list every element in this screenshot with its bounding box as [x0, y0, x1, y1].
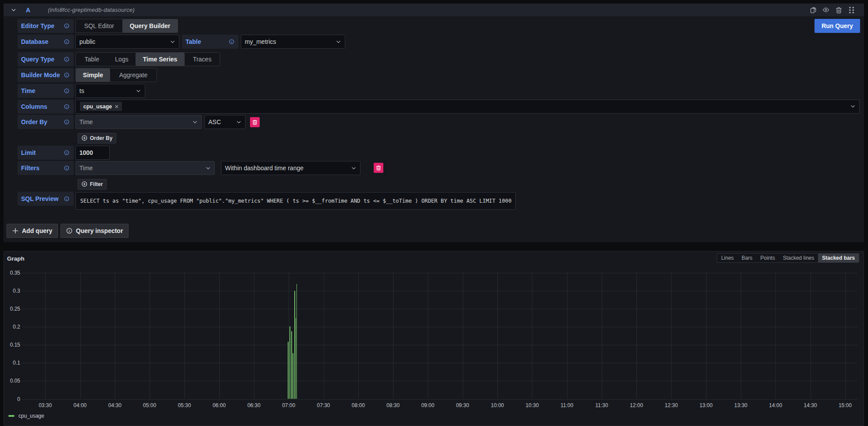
x-gridline: [324, 273, 324, 399]
x-axis-tick-label: 14:30: [797, 402, 824, 408]
row-limit: Limit: [18, 146, 110, 160]
series-bar[interactable]: [296, 284, 297, 399]
series-bar[interactable]: [288, 342, 289, 399]
x-axis-tick-label: 08:00: [345, 402, 371, 408]
view-mode-stacked-bars[interactable]: Stacked bars: [818, 254, 859, 262]
row-database: Database public Table my_metrics: [18, 35, 345, 49]
x-gridline: [115, 273, 115, 399]
row-order-by: Order By Time ASC: [18, 115, 260, 129]
info-icon[interactable]: [64, 196, 69, 201]
y-gridline: [22, 291, 858, 291]
info-icon[interactable]: [64, 57, 69, 62]
x-gridline: [45, 273, 46, 399]
x-axis-tick-label: 12:00: [623, 402, 650, 408]
remove-filter-button[interactable]: [374, 163, 383, 173]
x-gridline: [636, 273, 637, 399]
x-gridline: [393, 273, 393, 399]
series-bar[interactable]: [291, 331, 292, 399]
add-order-by-button[interactable]: Order By: [78, 133, 116, 143]
filter-field-select[interactable]: Time: [75, 161, 215, 175]
remove-query-button[interactable]: [835, 7, 842, 14]
series-bar[interactable]: [293, 353, 293, 399]
info-circle-icon: [66, 228, 72, 234]
y-gridline: [22, 345, 858, 345]
series-bar[interactable]: [289, 326, 290, 399]
x-axis-tick-label: 06:00: [206, 402, 232, 408]
info-icon[interactable]: [64, 72, 69, 78]
remove-tag-icon[interactable]: [115, 105, 118, 108]
info-icon[interactable]: [64, 39, 69, 44]
builder-mode-option-simple[interactable]: Simple: [76, 68, 110, 82]
legend-item[interactable]: cpu_usage: [8, 413, 44, 419]
builder-mode-option-aggregate[interactable]: Aggregate: [110, 68, 157, 82]
x-axis-tick-label: 04:00: [67, 402, 93, 408]
query-type-radio-group: Table Logs Time Series Traces: [75, 52, 220, 66]
row-query-type: Query Type Table Logs Time Series Traces: [18, 52, 220, 66]
limit-label: Limit: [18, 146, 74, 160]
y-gridline: [22, 381, 858, 381]
x-axis-tick-label: 13:00: [693, 402, 719, 408]
order-by-label: Order By: [18, 115, 74, 129]
legend-series-label: cpu_usage: [18, 413, 44, 419]
columns-label: Columns: [18, 100, 74, 114]
graph-panel: Graph Lines Bars Points Stacked lines St…: [4, 251, 864, 426]
y-axis-tick-label: 0.15: [4, 342, 20, 348]
x-axis-tick-label: 14:00: [762, 402, 789, 408]
y-axis-tick-label: 0.2: [4, 324, 20, 330]
plus-icon: [12, 228, 18, 234]
order-by-field-select[interactable]: Time: [75, 115, 202, 129]
run-query-button[interactable]: Run Query: [814, 19, 860, 33]
query-inspector-button[interactable]: Query inspector: [61, 224, 129, 238]
info-icon[interactable]: [64, 165, 69, 171]
editor-type-option-query-builder[interactable]: Query Builder: [122, 19, 178, 32]
builder-mode-label: Builder Mode: [18, 68, 74, 82]
view-mode-lines[interactable]: Lines: [717, 254, 738, 262]
editor-type-option-sql-editor[interactable]: SQL Editor: [76, 19, 122, 32]
x-axis-tick-label: 05:00: [136, 402, 163, 408]
info-icon[interactable]: [64, 88, 69, 93]
query-type-option-time-series[interactable]: Time Series: [136, 53, 185, 66]
info-icon[interactable]: [64, 119, 69, 125]
x-gridline: [741, 273, 741, 399]
view-mode-stacked-lines[interactable]: Stacked lines: [779, 254, 818, 262]
info-icon[interactable]: [64, 150, 69, 155]
query-header-actions: [810, 7, 864, 14]
query-type-option-table[interactable]: Table: [76, 53, 108, 66]
query-row-header: A (info8fcc-greptimedb-datasource): [4, 4, 864, 16]
columns-multiselect[interactable]: cpu_usage: [75, 100, 860, 114]
limit-input[interactable]: [75, 146, 110, 160]
x-axis-tick-label: 09:00: [414, 402, 441, 408]
eye-icon: [822, 6, 829, 14]
x-gridline: [219, 273, 220, 399]
query-type-option-traces[interactable]: Traces: [185, 53, 220, 66]
collapse-query-button[interactable]: [7, 4, 20, 16]
x-gridline: [184, 273, 185, 399]
y-axis-tick-label: 0.35: [4, 270, 20, 276]
database-select[interactable]: public: [75, 35, 179, 49]
info-icon[interactable]: [64, 104, 69, 109]
x-gridline: [254, 273, 254, 399]
info-icon[interactable]: [229, 39, 234, 44]
row-filters: Filters Time Within dashboard time range: [18, 161, 383, 175]
remove-order-by-button[interactable]: [250, 117, 260, 127]
y-axis-tick-label: 0: [4, 396, 20, 402]
duplicate-query-button[interactable]: [810, 7, 817, 14]
time-column-select[interactable]: ts: [75, 84, 145, 98]
selected-column-tag[interactable]: cpu_usage: [80, 102, 122, 111]
hide-response-button[interactable]: [822, 7, 829, 14]
table-select[interactable]: my_metrics: [241, 35, 345, 49]
row-time: Time ts: [18, 84, 145, 98]
view-mode-points[interactable]: Points: [757, 254, 779, 262]
view-mode-bars[interactable]: Bars: [738, 254, 757, 262]
filter-condition-select[interactable]: Within dashboard time range: [221, 161, 361, 175]
drag-query-handle[interactable]: [848, 7, 855, 14]
query-ref-id[interactable]: A: [26, 7, 30, 14]
order-by-direction-select[interactable]: ASC: [204, 115, 246, 129]
y-gridline: [22, 327, 858, 327]
x-axis-tick-label: 05:30: [171, 402, 197, 408]
chevron-down-icon: [336, 39, 341, 44]
add-filter-button[interactable]: Filter: [78, 179, 107, 190]
query-type-option-logs[interactable]: Logs: [108, 53, 136, 66]
add-query-button[interactable]: Add query: [7, 224, 58, 238]
info-icon[interactable]: [64, 23, 69, 29]
